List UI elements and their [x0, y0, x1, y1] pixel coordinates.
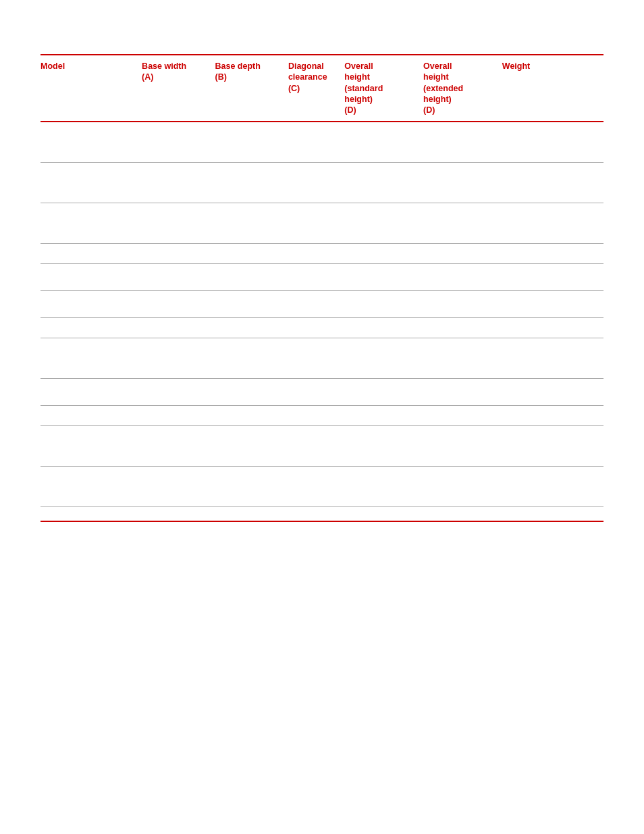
table-cell	[502, 263, 603, 290]
table-row	[41, 317, 603, 338]
table-cell	[142, 203, 215, 243]
table-cell	[423, 425, 502, 466]
table-cell	[502, 290, 603, 317]
table-cell	[215, 243, 288, 263]
table-cell	[215, 263, 288, 290]
table-cell	[41, 243, 142, 263]
table-cell	[142, 263, 215, 290]
table-cell	[344, 466, 423, 506]
table-cell	[423, 378, 502, 405]
table-cell	[288, 317, 344, 338]
table-cell	[502, 425, 603, 466]
table-cell	[502, 378, 603, 405]
table-cell	[41, 338, 142, 378]
col-header-model: Model	[41, 55, 142, 122]
col-header-overall-std: Overallheight(standardheight)(D)	[344, 55, 423, 122]
table-cell	[41, 405, 142, 425]
table-cell	[502, 317, 603, 338]
table-row	[41, 466, 603, 506]
col-header-diagonal: Diagonalclearance(C)	[288, 55, 344, 122]
table-cell	[41, 290, 142, 317]
table-cell	[344, 290, 423, 317]
table-cell	[423, 263, 502, 290]
page-container: Model Base width(A) Base depth(B) Diagon…	[0, 0, 644, 834]
table-cell	[288, 466, 344, 506]
table-cell	[41, 122, 142, 162]
table-cell	[142, 378, 215, 405]
table-cell	[344, 243, 423, 263]
table-cell	[41, 378, 142, 405]
table-cell	[142, 162, 215, 203]
table-cell	[344, 203, 423, 243]
data-table: Model Base width(A) Base depth(B) Diagon…	[41, 54, 603, 507]
table-wrapper: Model Base width(A) Base depth(B) Diagon…	[41, 54, 603, 522]
table-cell	[502, 243, 603, 263]
table-cell	[423, 290, 502, 317]
table-cell	[344, 425, 423, 466]
table-cell	[142, 425, 215, 466]
col-header-weight: Weight	[502, 55, 603, 122]
table-row	[41, 290, 603, 317]
table-cell	[288, 425, 344, 466]
col-header-base-width: Base width(A)	[142, 55, 215, 122]
table-cell	[215, 203, 288, 243]
table-cell	[142, 290, 215, 317]
table-cell	[41, 425, 142, 466]
table-cell	[142, 317, 215, 338]
table-cell	[288, 338, 344, 378]
table-cell	[423, 405, 502, 425]
table-footer-line	[41, 521, 603, 522]
table-cell	[215, 122, 288, 162]
col-header-base-depth: Base depth(B)	[215, 55, 288, 122]
table-row	[41, 405, 603, 425]
table-row	[41, 378, 603, 405]
table-cell	[215, 290, 288, 317]
table-cell	[423, 203, 502, 243]
table-row	[41, 203, 603, 243]
table-row	[41, 122, 603, 162]
table-cell	[344, 162, 423, 203]
table-cell	[215, 466, 288, 506]
table-cell	[288, 243, 344, 263]
table-cell	[423, 338, 502, 378]
table-cell	[215, 162, 288, 203]
table-cell	[423, 317, 502, 338]
table-cell	[41, 466, 142, 506]
table-row	[41, 425, 603, 466]
table-cell	[288, 405, 344, 425]
table-cell	[288, 162, 344, 203]
table-cell	[142, 338, 215, 378]
table-cell	[344, 338, 423, 378]
table-cell	[423, 466, 502, 506]
table-cell	[215, 317, 288, 338]
table-cell	[502, 122, 603, 162]
table-row	[41, 162, 603, 203]
table-cell	[41, 317, 142, 338]
table-cell	[215, 425, 288, 466]
table-cell	[288, 263, 344, 290]
table-cell	[344, 378, 423, 405]
table-cell	[142, 466, 215, 506]
table-cell	[215, 378, 288, 405]
table-cell	[344, 317, 423, 338]
table-cell	[41, 162, 142, 203]
table-cell	[423, 243, 502, 263]
table-cell	[142, 405, 215, 425]
table-row	[41, 243, 603, 263]
table-cell	[423, 122, 502, 162]
table-cell	[215, 405, 288, 425]
table-cell	[288, 122, 344, 162]
table-cell	[41, 203, 142, 243]
table-cell	[288, 203, 344, 243]
table-cell	[288, 378, 344, 405]
table-cell	[288, 290, 344, 317]
table-cell	[344, 122, 423, 162]
table-row	[41, 263, 603, 290]
table-header-row: Model Base width(A) Base depth(B) Diagon…	[41, 55, 603, 122]
table-cell	[142, 243, 215, 263]
table-cell	[502, 203, 603, 243]
table-cell	[502, 405, 603, 425]
table-cell	[344, 405, 423, 425]
table-cell	[344, 263, 423, 290]
table-cell	[423, 162, 502, 203]
